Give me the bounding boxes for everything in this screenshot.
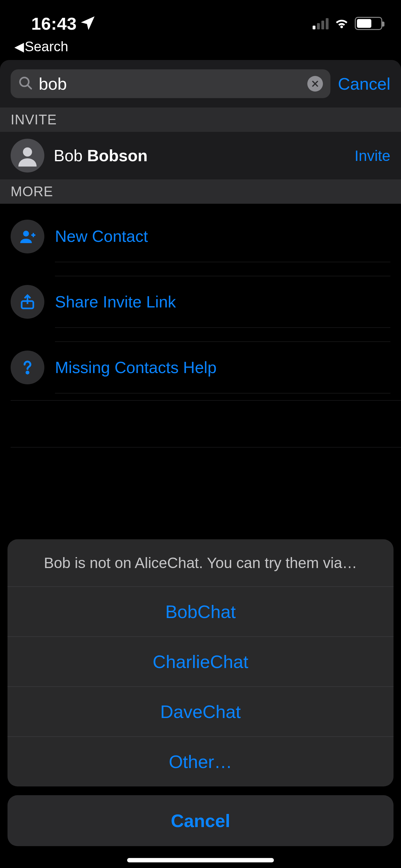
invite-button[interactable]: Invite	[355, 147, 390, 164]
contact-first-name: Bob	[54, 147, 83, 165]
svg-point-4	[23, 148, 32, 157]
action-sheet-card: Bob is not on AliceChat. You can try the…	[7, 539, 394, 786]
back-label: Search	[25, 39, 68, 54]
contact-last-name: Bobson	[87, 147, 148, 165]
action-sheet: Bob is not on AliceChat. You can try the…	[7, 539, 394, 846]
svg-point-7	[27, 372, 28, 373]
section-header-more: MORE	[0, 179, 401, 204]
action-sheet-option-davechat[interactable]: DaveChat	[7, 687, 394, 737]
home-indicator[interactable]	[127, 858, 274, 862]
search-input[interactable]	[39, 74, 302, 93]
clear-search-button[interactable]	[307, 76, 323, 92]
missing-contacts-label: Missing Contacts Help	[55, 346, 390, 389]
cellular-signal-icon	[312, 18, 329, 29]
back-to-search[interactable]: ◀ Search	[0, 37, 401, 60]
action-sheet-cancel[interactable]: Cancel	[7, 795, 394, 846]
status-time: 16:43	[31, 13, 77, 34]
share-icon	[11, 285, 44, 319]
battery-icon	[355, 17, 382, 30]
action-sheet-option-bobchat[interactable]: BobChat	[7, 587, 394, 637]
section-header-invite: INVITE	[0, 107, 401, 132]
share-invite-row[interactable]: Share Invite Link	[0, 269, 401, 335]
divider	[11, 447, 401, 494]
status-right	[312, 17, 382, 30]
new-contact-label: New Contact	[55, 215, 390, 257]
search-icon	[18, 75, 33, 92]
action-sheet-option-charliechat[interactable]: CharlieChat	[7, 637, 394, 687]
screen: 16:43 ◀ Search	[0, 0, 401, 868]
question-icon	[11, 350, 44, 384]
contact-name: Bob Bobson	[54, 146, 345, 165]
more-list: New Contact Share Invite Link Missing Co…	[0, 204, 401, 494]
avatar-icon	[11, 139, 44, 173]
contact-row[interactable]: Bob Bobson Invite	[0, 132, 401, 179]
svg-point-5	[23, 230, 29, 237]
divider	[11, 400, 401, 447]
search-field[interactable]	[11, 69, 330, 98]
location-arrow-icon	[81, 16, 95, 31]
wifi-icon	[334, 17, 350, 30]
action-sheet-title: Bob is not on AliceChat. You can try the…	[7, 539, 394, 587]
action-sheet-option-other[interactable]: Other…	[7, 737, 394, 786]
svg-line-1	[28, 85, 31, 89]
search-panel: Cancel INVITE Bob Bobson Invite MORE	[0, 60, 401, 204]
add-person-icon	[11, 220, 44, 253]
chevron-left-icon: ◀	[14, 39, 24, 54]
status-bar: 16:43	[0, 0, 401, 37]
cancel-search-button[interactable]: Cancel	[338, 74, 390, 93]
new-contact-row[interactable]: New Contact	[0, 204, 401, 269]
missing-contacts-row[interactable]: Missing Contacts Help	[0, 335, 401, 400]
share-invite-label: Share Invite Link	[55, 281, 390, 323]
